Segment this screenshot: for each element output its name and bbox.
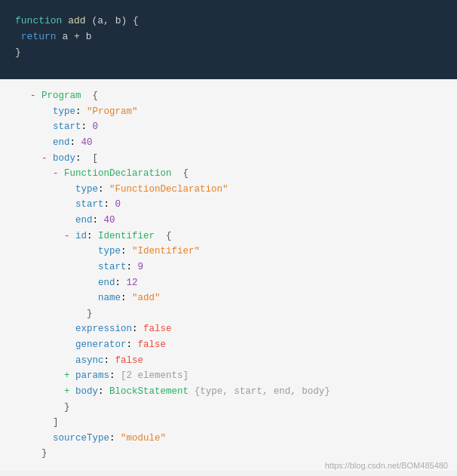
ast-line-20: + body: BlockStatement {type, start, end… [30, 384, 442, 400]
code-line-3: } [15, 45, 442, 61]
code-line-1: function add (a, b) { [15, 14, 442, 29]
watermark: https://blog.csdn.net/BOM485480 [325, 461, 448, 470]
ast-line-18: async: false [30, 353, 442, 369]
ast-line-3: start: 0 [30, 119, 442, 135]
ast-line-13: end: 12 [30, 275, 442, 291]
ast-line-9: end: 40 [30, 213, 442, 229]
ast-line-16: expression: false [30, 321, 442, 337]
ast-line-2: type: "Program" [30, 104, 442, 120]
ast-line-19: + params: [2 elements] [30, 368, 442, 384]
ast-line-10: - id: Identifier { [30, 229, 442, 244]
ast-line-6: - FunctionDeclaration { [30, 166, 442, 182]
ast-line-11: type: "Identifier" [30, 244, 442, 259]
ast-section: - Program { type: "Program" start: 0 end… [0, 79, 457, 471]
ast-line-22: ] [30, 415, 442, 431]
ast-line-7: type: "FunctionDeclaration" [30, 182, 442, 198]
ast-line-23: sourceType: "module" [30, 431, 442, 447]
code-editor: function add (a, b) { return a + b } [0, 0, 457, 79]
code-line-2: return a + b [15, 29, 442, 45]
ast-line-4: end: 40 [30, 135, 442, 151]
ast-line-5: - body: [ [30, 151, 442, 167]
ast-line-8: start: 0 [30, 197, 442, 213]
ast-line-17: generator: false [30, 337, 442, 353]
ast-line-21: } [30, 400, 442, 416]
ast-line-1: - Program { [30, 88, 442, 104]
ast-line-15: } [30, 306, 442, 322]
ast-line-14: name: "add" [30, 290, 442, 306]
ast-line-24: } [30, 446, 442, 462]
ast-line-12: start: 9 [30, 259, 442, 275]
